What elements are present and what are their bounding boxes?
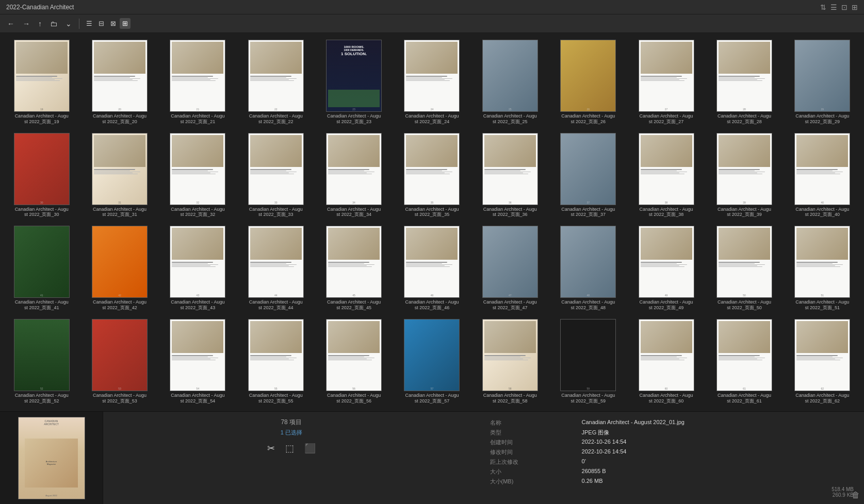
thumbnail-image: 32 xyxy=(170,133,225,205)
thumbnail-item[interactable]: 59 Canadian Architect - August 2022_页面_5… xyxy=(551,316,626,407)
thumbnail-item[interactable]: 40 Canadian Architect - August 2022_页面_4… xyxy=(785,130,860,221)
thumbnail-label: Canadian Architect - August 2022_页面_57 xyxy=(404,393,460,404)
thumbnail-item[interactable]: 56 Canadian Architect - August 2022_页面_5… xyxy=(316,316,391,407)
value-modified: 2022-10-26 14:54 xyxy=(582,447,854,457)
thumbnail-image: 33 xyxy=(248,133,304,205)
thumbnail-item[interactable]: 25 Canadian Architect - August 2022_页面_2… xyxy=(472,37,547,127)
thumbnail-label: Canadian Architect - August 2022_页面_44 xyxy=(248,299,304,311)
preview-area: CANADIANARCHITECT ArchitectureMagazine A… xyxy=(0,412,103,504)
thumbnail-item[interactable]: 53 Canadian Architect - August 2022_页面_5… xyxy=(82,316,157,407)
toolbar-separator xyxy=(79,19,79,29)
thumbnail-item[interactable]: 51 Canadian Architect - August 2022_页面_5… xyxy=(785,223,860,313)
thumbnail-image: 21 xyxy=(170,40,225,112)
thumbnail-item[interactable]: 41 Canadian Architect - August 2022_页面_4… xyxy=(4,223,79,313)
thumbnail-image: 28 xyxy=(716,40,772,112)
thumbnail-item[interactable]: 20 Canadian Architect - August 2022_页面_2… xyxy=(82,37,157,127)
thumbnail-item[interactable]: 61 Canadian Architect - August 2022_页面_6… xyxy=(707,316,781,407)
thumbnail-item[interactable]: 31 Canadian Architect - August 2022_页面_3… xyxy=(82,130,157,221)
thumbnail-label: Canadian Architect - August 2022_页面_22 xyxy=(248,113,304,125)
share-button[interactable]: ⬛ xyxy=(304,443,316,454)
thumbnail-item[interactable]: 35 Canadian Architect - August 2022_页面_3… xyxy=(395,130,469,221)
thumbnail-item[interactable]: 49 Canadian Architect - August 2022_页面_4… xyxy=(629,223,704,313)
thumbnail-label: Canadian Architect - August 2022_页面_58 xyxy=(482,393,538,404)
info-row-type: 类型 JPEG 图像 xyxy=(490,428,854,438)
thumbnail-item[interactable]: 29 Canadian Architect - August 2022_页面_2… xyxy=(785,37,860,127)
thumbnail-image: 42 xyxy=(92,226,148,298)
window-control-grid[interactable]: ⊞ xyxy=(852,3,858,11)
selection-info: 1 已选择 xyxy=(281,429,302,436)
thumbnail-item[interactable]: 54 Canadian Architect - August 2022_页面_5… xyxy=(160,316,235,407)
thumbnail-item[interactable]: 32 Canadian Architect - August 2022_页面_3… xyxy=(160,130,235,221)
thumbnail-item[interactable]: 37 Canadian Architect - August 2022_页面_3… xyxy=(551,130,626,221)
thumbnail-item[interactable]: 28 Canadian Architect - August 2022_页面_2… xyxy=(707,37,781,127)
grid-view-button[interactable]: ⊞ xyxy=(120,18,131,29)
thumbnail-item[interactable]: 21 Canadian Architect - August 2022_页面_2… xyxy=(160,37,235,127)
selected-storage: 260.9 KB xyxy=(832,492,854,498)
thumbnail-label: Canadian Architect - August 2022_页面_36 xyxy=(482,207,538,218)
copy-button[interactable]: ⬚ xyxy=(285,443,294,454)
thumbnail-item[interactable]: 52 Canadian Architect - August 2022_页面_5… xyxy=(4,316,79,407)
thumbnail-label: Canadian Architect - August 2022_页面_42 xyxy=(92,299,148,311)
thumbnail-item[interactable]: 27 Canadian Architect - August 2022_页面_2… xyxy=(629,37,704,127)
thumbnail-item[interactable]: 46 Canadian Architect - August 2022_页面_4… xyxy=(395,223,469,313)
window-controls[interactable]: ⇅ ☰ ⊡ ⊞ xyxy=(820,3,858,11)
thumbnail-item[interactable]: 60 Canadian Architect - August 2022_页面_6… xyxy=(629,316,704,407)
file-info-table: 名称 Canadian Architect - August 2022_01.j… xyxy=(490,418,854,486)
thumbnail-label: Canadian Architect - August 2022_页面_41 xyxy=(14,299,70,311)
thumbnail-item[interactable]: 34 Canadian Architect - August 2022_页面_3… xyxy=(316,130,391,221)
thumbnail-label: Canadian Architect - August 2022_页面_51 xyxy=(794,299,850,311)
thumbnail-label: Canadian Architect - August 2022_页面_27 xyxy=(639,113,694,125)
thumbnail-item[interactable]: 22 Canadian Architect - August 2022_页面_2… xyxy=(238,37,313,127)
thumbnail-image: 45 xyxy=(326,226,382,298)
thumbnail-item[interactable]: 33 Canadian Architect - August 2022_页面_3… xyxy=(238,130,313,221)
thumbnail-item[interactable]: 39 Canadian Architect - August 2022_页面_3… xyxy=(707,130,781,221)
cut-button[interactable]: ✂ xyxy=(267,443,275,454)
folder-button[interactable]: 🗀 xyxy=(47,18,60,30)
thumbnail-item[interactable]: 55 Canadian Architect - August 2022_页面_5… xyxy=(238,316,313,407)
value-size: 260855 B xyxy=(582,467,854,477)
thumbnail-item[interactable]: 1000 ROOMS.1000 DEMANDS.1 SOLUTION. 23 C… xyxy=(316,37,391,127)
thumbnail-image: 26 xyxy=(560,40,616,112)
column-view-button[interactable]: ⊠ xyxy=(108,18,119,29)
back-button[interactable]: ← xyxy=(4,18,18,30)
thumbnail-item[interactable]: 24 Canadian Architect - August 2022_页面_2… xyxy=(395,37,469,127)
delete-button[interactable]: 🗑 xyxy=(852,491,860,500)
thumbnail-item[interactable]: 26 Canadian Architect - August 2022_页面_2… xyxy=(551,37,626,127)
thumbnail-image: 53 xyxy=(92,319,148,391)
thumbnail-label: Canadian Architect - August 2022_页面_32 xyxy=(170,207,225,218)
window-control-list[interactable]: ☰ xyxy=(830,3,837,11)
thumbnail-item[interactable]: 43 Canadian Architect - August 2022_页面_4… xyxy=(160,223,235,313)
thumbnail-item[interactable]: 19 Canadian Architect - August 2022_页面_1… xyxy=(4,37,79,127)
thumbnail-item[interactable]: 44 Canadian Architect - August 2022_页面_4… xyxy=(238,223,313,313)
label-last-opened: 距上次修改 xyxy=(490,457,582,467)
thumbnail-image: 25 xyxy=(482,40,538,112)
thumbnail-item[interactable]: 30 Canadian Architect - August 2022_页面_3… xyxy=(4,130,79,221)
thumbnail-item[interactable]: 36 Canadian Architect - August 2022_页面_3… xyxy=(472,130,547,221)
thumbnail-item[interactable]: 62 Canadian Architect - August 2022_页面_6… xyxy=(785,316,860,407)
detail-view-button[interactable]: ⊟ xyxy=(96,18,107,29)
thumbnail-item[interactable]: 50 Canadian Architect - August 2022_页面_5… xyxy=(707,223,781,313)
expand-button[interactable]: ⌄ xyxy=(62,18,75,30)
thumbnails-grid: 19 Canadian Architect - August 2022_页面_1… xyxy=(4,37,860,406)
thumbnail-item[interactable]: 45 Canadian Architect - August 2022_页面_4… xyxy=(316,223,391,313)
up-button[interactable]: ↑ xyxy=(35,18,45,30)
thumbnail-image: 36 xyxy=(482,133,538,205)
thumbnail-item[interactable]: 38 Canadian Architect - August 2022_页面_3… xyxy=(629,130,704,221)
thumbnail-label: Canadian Architect - August 2022_页面_56 xyxy=(326,393,382,404)
thumbnail-image: 59 xyxy=(560,319,616,391)
label-name: 名称 xyxy=(490,418,582,428)
thumbnail-item[interactable]: 48 Canadian Architect - August 2022_页面_4… xyxy=(551,223,626,313)
thumbnail-item[interactable]: 47 Canadian Architect - August 2022_页面_4… xyxy=(472,223,547,313)
window-control-sort[interactable]: ⇅ xyxy=(820,3,826,11)
thumbnail-item[interactable]: 42 Canadian Architect - August 2022_页面_4… xyxy=(82,223,157,313)
window-control-tile[interactable]: ⊡ xyxy=(841,3,847,11)
thumbnail-image: 35 xyxy=(404,133,460,205)
list-view-button[interactable]: ☰ xyxy=(84,18,95,29)
thumbnail-item[interactable]: 58 Canadian Architect - August 2022_页面_5… xyxy=(472,316,547,407)
thumbnail-item[interactable]: 57 Canadian Architect - August 2022_页面_5… xyxy=(395,316,469,407)
label-size-mb: 大小(MB) xyxy=(490,477,582,486)
value-type: JPEG 图像 xyxy=(582,428,854,438)
thumbnail-label: Canadian Architect - August 2022_页面_45 xyxy=(326,299,382,311)
forward-button[interactable]: → xyxy=(20,18,33,30)
thumbnail-image: 62 xyxy=(794,319,850,391)
